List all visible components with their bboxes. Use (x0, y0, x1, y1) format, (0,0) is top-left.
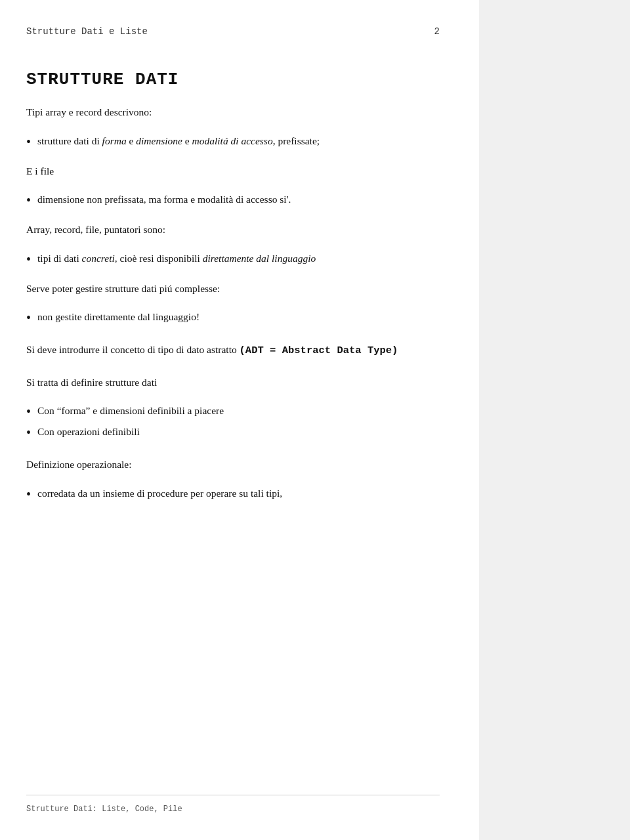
bullet-list-4: • non gestite direttamente dal linguaggi… (26, 308, 440, 327)
bullet-text-5: Con “forma” e dimensioni definibili a pi… (37, 402, 440, 419)
list-item: • Con operazioni definibili (26, 423, 440, 442)
bullet-list-1: • strutture dati di forma e dimensione e… (26, 133, 440, 151)
bullet-dot-3: • (26, 250, 31, 268)
list-item: • non gestite direttamente dal linguaggi… (26, 308, 440, 327)
bullet-text-2: dimensione non prefissata, ma forma e mo… (37, 191, 440, 208)
adt-text: (ADT = Abstract Data Type) (240, 345, 398, 356)
list-item: • corredata da un insieme di procedure p… (26, 485, 440, 503)
bullet-dot-7: • (26, 485, 31, 503)
bullet-text-3: tipi di dati concreti, cioè resi disponi… (37, 250, 440, 267)
serve-paragraph: Serve poter gestire strutture dati piú c… (26, 280, 440, 297)
main-section-title-block: STRUTTURE DATI (26, 70, 440, 89)
page-number: 2 (434, 26, 440, 37)
bullet-dot-1: • (26, 133, 31, 151)
page-footer: Strutture Dati: Liste, Code, Pile (26, 795, 440, 814)
bullet-dot-5: • (26, 402, 31, 421)
bullet-list-2: • dimensione non prefissata, ma forma e … (26, 191, 440, 209)
intro-paragraph: Tipi array e record descrivono: (26, 104, 440, 121)
bullet-text-1: strutture dati di forma e dimensione e m… (37, 133, 440, 150)
bullet-dot-4: • (26, 308, 31, 327)
bullet-text-6: Con operazioni definibili (37, 423, 440, 440)
introduce-text-1: Si deve introdurre il concetto di tipo d… (26, 344, 240, 355)
e-i-file-label: E i file (26, 163, 440, 180)
bullet-dot-6: • (26, 423, 31, 442)
si-tratta-paragraph: Si tratta di definire strutture dati (26, 374, 440, 391)
bullet-list-3: • tipi di dati concreti, cioè resi dispo… (26, 250, 440, 268)
header-title: Strutture Dati e Liste (26, 26, 148, 37)
array-record-label: Array, record, file, puntatori sono: (26, 221, 440, 238)
e-i-file-text: E i file (26, 165, 54, 177)
list-item: • tipi di dati concreti, cioè resi dispo… (26, 250, 440, 268)
footer-text: Strutture Dati: Liste, Code, Pile (26, 805, 182, 814)
section-title: STRUTTURE DATI (26, 70, 440, 89)
bullet-text-7: corredata da un insieme di procedure per… (37, 485, 440, 502)
bullet-list-5-6: • Con “forma” e dimensioni definibili a … (26, 402, 440, 442)
list-item: • dimensione non prefissata, ma forma e … (26, 191, 440, 209)
bullet-list-7: • corredata da un insieme di procedure p… (26, 485, 440, 503)
bullet-text-4: non gestite direttamente dal linguaggio! (37, 308, 440, 326)
definizione-label: Definizione operazionale: (26, 456, 440, 473)
introduce-paragraph: Si deve introdurre il concetto di tipo d… (26, 341, 440, 360)
list-item: • Con “forma” e dimensioni definibili a … (26, 402, 440, 421)
sidebar (479, 0, 630, 840)
bullet-dot-2: • (26, 191, 31, 209)
list-item: • strutture dati di forma e dimensione e… (26, 133, 440, 151)
page-header: Strutture Dati e Liste 2 (26, 26, 440, 37)
